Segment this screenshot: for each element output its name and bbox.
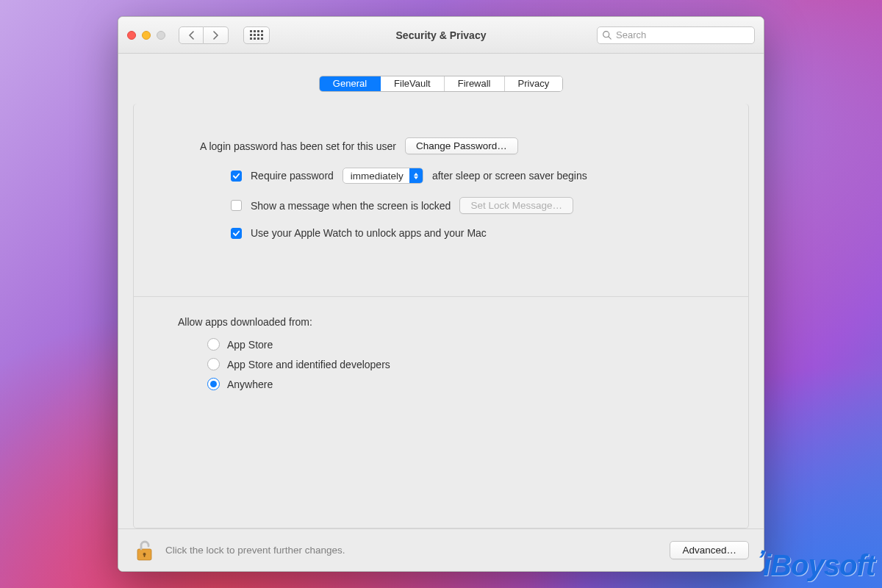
search-icon	[602, 30, 612, 40]
grid-icon	[250, 30, 263, 40]
show-message-row: Show a message when the screen is locked…	[200, 197, 689, 214]
nav-buttons	[179, 26, 229, 44]
select-value: immediately	[343, 171, 409, 182]
check-icon	[232, 229, 240, 237]
require-password-row: Require password immediately after sleep…	[200, 168, 689, 184]
require-password-checkbox[interactable]	[231, 171, 242, 182]
show-message-label: Show a message when the screen is locked	[251, 200, 451, 212]
gatekeeper-section: Allow apps downloaded from: App Store Ap…	[134, 297, 748, 405]
forward-button[interactable]	[204, 26, 229, 44]
radio-label: App Store	[227, 339, 273, 351]
gatekeeper-option-anywhere: Anywhere	[178, 378, 689, 390]
window-footer: Click the lock to prevent further change…	[118, 528, 764, 571]
show-message-checkbox[interactable]	[231, 200, 242, 211]
require-password-delay-select[interactable]: immediately	[343, 168, 423, 184]
require-password-pre-label: Require password	[251, 170, 334, 182]
apple-watch-label: Use your Apple Watch to unlock apps and …	[251, 227, 487, 239]
search-field-wrap[interactable]	[597, 26, 755, 44]
set-lock-message-button[interactable]: Set Lock Message…	[459, 197, 573, 214]
apple-watch-row: Use your Apple Watch to unlock apps and …	[200, 227, 689, 239]
gatekeeper-option-identified: App Store and identified developers	[178, 358, 689, 370]
chevron-right-icon	[212, 31, 219, 40]
tab-filevault[interactable]: FileVault	[381, 76, 445, 91]
window-titlebar: Security & Privacy	[118, 17, 764, 54]
stepper-icon	[409, 168, 423, 183]
check-icon	[232, 172, 240, 180]
svg-line-1	[609, 37, 611, 39]
back-button[interactable]	[179, 26, 204, 44]
chevron-left-icon	[188, 31, 195, 40]
tab-label: FileVault	[394, 76, 431, 91]
tab-panel: A login password has been set for this u…	[133, 104, 749, 528]
close-window-button[interactable]	[127, 31, 136, 40]
advanced-button[interactable]: Advanced…	[670, 541, 749, 559]
login-password-section: A login password has been set for this u…	[134, 104, 748, 259]
tab-label: Firewall	[458, 76, 491, 91]
tab-privacy[interactable]: Privacy	[505, 76, 563, 91]
login-password-text: A login password has been set for this u…	[200, 140, 396, 152]
tab-label: Privacy	[518, 76, 550, 91]
gatekeeper-option-appstore: App Store	[178, 338, 689, 351]
show-all-prefs-button[interactable]	[243, 26, 270, 44]
tab-label: General	[333, 76, 367, 91]
traffic-lights	[127, 31, 165, 40]
tab-bar: General FileVault Firewall Privacy	[118, 76, 764, 92]
radio-appstore[interactable]	[207, 338, 220, 351]
svg-rect-3	[144, 554, 146, 557]
svg-point-0	[603, 32, 609, 37]
search-input[interactable]	[616, 29, 750, 40]
unlocked-padlock-icon	[135, 539, 154, 562]
login-password-row: A login password has been set for this u…	[200, 137, 689, 154]
change-password-button[interactable]: Change Password…	[405, 137, 518, 154]
lock-hint-text: Click the lock to prevent further change…	[165, 545, 345, 556]
content-area: General FileVault Firewall Privacy A log…	[118, 54, 764, 571]
radio-identified-developers[interactable]	[207, 358, 220, 370]
gatekeeper-title: Allow apps downloaded from:	[178, 316, 689, 328]
tab-firewall[interactable]: Firewall	[445, 76, 505, 91]
radio-anywhere[interactable]	[207, 378, 220, 390]
security-privacy-window: Security & Privacy General FileVault Fir…	[118, 16, 764, 572]
require-password-post-label: after sleep or screen saver begins	[432, 170, 587, 182]
apple-watch-checkbox[interactable]	[231, 228, 242, 239]
lock-button[interactable]	[133, 539, 155, 562]
minimize-window-button[interactable]	[142, 31, 151, 40]
tab-general[interactable]: General	[320, 76, 381, 91]
radio-label: App Store and identified developers	[227, 359, 390, 370]
maximize-window-button[interactable]	[157, 31, 165, 40]
radio-label: Anywhere	[227, 379, 273, 390]
